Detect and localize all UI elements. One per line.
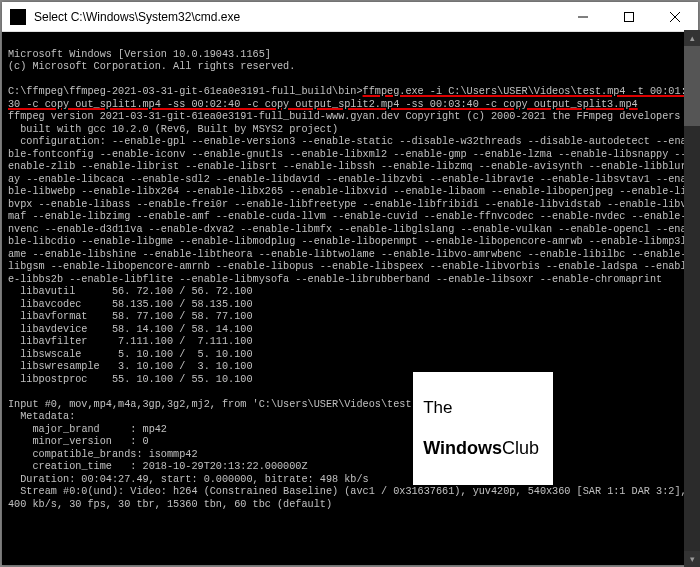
- major-brand: major_brand : mp42: [8, 424, 167, 435]
- metadata-label: Metadata:: [8, 411, 75, 422]
- scroll-up-button[interactable]: ▴: [684, 30, 700, 46]
- close-button[interactable]: [652, 2, 698, 32]
- svg-rect-1: [625, 12, 634, 21]
- stream0-line: Stream #0:0(und): Video: h264 (Constrain…: [8, 486, 693, 510]
- command-line: C:\ffmpeg\ffmpeg-2021-03-31-git-61ea0e31…: [8, 86, 687, 110]
- titlebar[interactable]: Select C:\Windows\System32\cmd.exe: [2, 2, 698, 32]
- watermark-line2: WindowsClub: [423, 439, 539, 458]
- scroll-thumb[interactable]: [684, 46, 700, 126]
- minor-version: minor_version : 0: [8, 436, 149, 447]
- ms-copyright-line: (c) Microsoft Corporation. All rights re…: [8, 61, 295, 72]
- terminal-output[interactable]: Microsoft Windows [Version 10.0.19043.11…: [2, 32, 698, 565]
- maximize-button[interactable]: [606, 2, 652, 32]
- lib-versions: libavutil 56. 72.100 / 56. 72.100 libavc…: [8, 286, 692, 386]
- prompt-path: C:\ffmpeg\ffmpeg-2021-03-31-git-61ea0e31…: [8, 86, 363, 97]
- watermark-logo: The WindowsClub: [413, 372, 553, 485]
- minimize-button[interactable]: [560, 2, 606, 32]
- blank-line: [8, 74, 14, 85]
- cmd-window: Select C:\Windows\System32\cmd.exe Micro…: [2, 2, 698, 565]
- scroll-down-button[interactable]: ▾: [684, 551, 700, 567]
- compatible-brands: compatible_brands: isommp42: [8, 449, 198, 460]
- cmd-icon: [10, 9, 26, 25]
- window-controls: [560, 2, 698, 32]
- ffmpeg-configuration: configuration: --enable-gpl --enable-ver…: [8, 136, 687, 285]
- ffmpeg-version: ffmpeg version 2021-03-31-git-61ea0e3191…: [8, 111, 681, 122]
- ms-version-line: Microsoft Windows [Version 10.0.19043.11…: [8, 49, 271, 60]
- creation-time: creation_time : 2018-10-29T20:13:22.0000…: [8, 461, 308, 472]
- duration-line: Duration: 00:04:27.49, start: 0.000000, …: [8, 474, 369, 485]
- input-header: Input #0, mov,mp4,m4a,3gp,3g2,mj2, from …: [8, 399, 448, 410]
- watermark-line1: The: [423, 399, 539, 417]
- vertical-scrollbar[interactable]: ▴ ▾: [684, 30, 700, 567]
- window-title: Select C:\Windows\System32\cmd.exe: [34, 10, 560, 24]
- ffmpeg-built-with: built with gcc 10.2.0 (Rev6, Built by MS…: [8, 124, 338, 135]
